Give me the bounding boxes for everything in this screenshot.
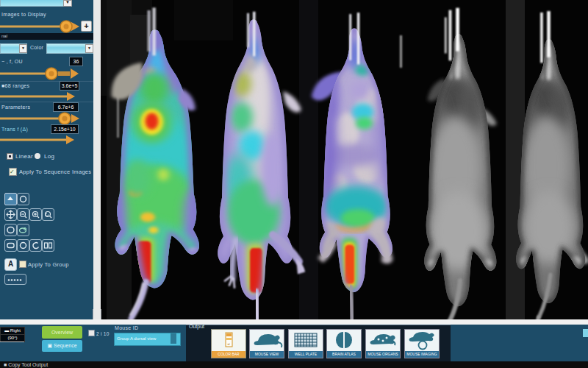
svg-text:id: id xyxy=(227,342,229,346)
